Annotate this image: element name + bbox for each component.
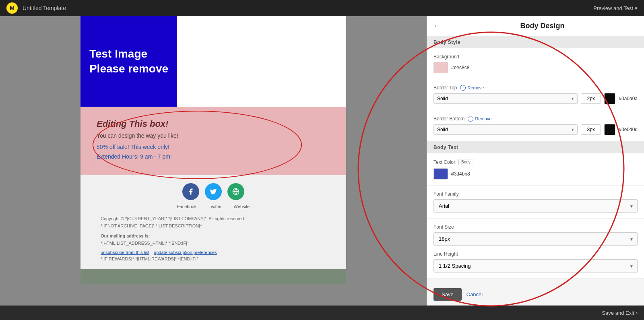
- editing-title: Editing This box!: [97, 119, 330, 129]
- editing-box[interactable]: Editing This box! You can design the way…: [80, 107, 346, 175]
- preview-test-button[interactable]: Preview and Test ▾: [593, 5, 638, 11]
- text-color-swatch[interactable]: [433, 168, 448, 180]
- remove-circle-bottom-icon: −: [468, 116, 473, 122]
- back-button[interactable]: ←: [433, 22, 441, 30]
- image-block[interactable]: Test ImagePlease remove: [80, 16, 177, 107]
- background-color-swatch[interactable]: [433, 62, 448, 73]
- image-block-text: Test ImagePlease remove: [81, 39, 176, 84]
- bottom-bar: Save and Exit ›: [0, 306, 644, 320]
- cancel-button[interactable]: Cancel: [466, 288, 483, 301]
- social-icons: [89, 183, 338, 200]
- facebook-icon[interactable]: [182, 183, 199, 200]
- save-exit-button[interactable]: Save and Exit ›: [602, 310, 638, 316]
- border-bottom-style-wrapper: Solid Dashed Dotted: [433, 124, 578, 135]
- border-top-section: Border Top − Remove Solid Dashed Dotted …: [427, 79, 644, 110]
- font-size-wrapper: 12px 14px 16px 18px 20px 24px: [433, 232, 638, 246]
- mailchimp-logo: M: [6, 2, 18, 14]
- email-canvas: Test ImagePlease remove Editing This box…: [80, 16, 346, 284]
- border-bottom-header: Border Bottom − Remove: [433, 116, 638, 122]
- unsubscribe-link[interactable]: unsubscribe from this list: [101, 250, 149, 255]
- border-bottom-section: Border Bottom − Remove Solid Dashed Dott…: [427, 110, 644, 141]
- editing-sale: 50% off sale! This week only!: [97, 144, 330, 150]
- font-family-select[interactable]: Arial Verdana Georgia Times New Roman Co…: [433, 199, 638, 213]
- update-prefs-link[interactable]: update subscription preferences: [154, 250, 217, 255]
- green-strip: [80, 269, 346, 284]
- text-color-row: #3d4bb8: [433, 168, 638, 180]
- text-color-hex: #3d4bb8: [451, 171, 470, 177]
- body-badge: Body: [458, 159, 473, 165]
- twitter-icon[interactable]: [205, 183, 222, 200]
- main-layout: Test ImagePlease remove Editing This box…: [0, 16, 644, 306]
- template-title: Untitled Template: [23, 5, 66, 11]
- font-size-select[interactable]: 12px 14px 16px 18px 20px 24px: [433, 232, 638, 246]
- panel-actions: Save Cancel: [427, 283, 644, 306]
- editing-subtitle: You can design the way you like!: [97, 132, 330, 139]
- border-top-style-select[interactable]: Solid Dashed Dotted: [433, 93, 578, 104]
- border-top-style-wrapper: Solid Dashed Dotted: [433, 93, 578, 104]
- canvas-scroll: Test ImagePlease remove Editing This box…: [0, 16, 427, 284]
- border-bottom-style-select[interactable]: Solid Dashed Dotted: [433, 124, 578, 135]
- footer-links[interactable]: unsubscribe from this list update subscr…: [89, 250, 338, 255]
- line-height-label: Line Height: [433, 251, 638, 257]
- footer-area: Facebook Twitter Website Copyright © *|C…: [80, 175, 346, 269]
- footer-rewards: *|IF:REWARDS|* *|HTML:REWARDS|* *|END:IF…: [89, 256, 338, 261]
- body-text-section-header: Body Text: [427, 141, 644, 153]
- panel-title: Body Design: [447, 22, 638, 30]
- twitter-label: Twitter: [208, 204, 221, 209]
- top-bar: M Untitled Template Preview and Test ▾: [0, 0, 644, 16]
- border-bottom-width-input[interactable]: [581, 124, 601, 135]
- footer-copyright: Copyright © *|CURRENT_YEAR|* *|LIST:COMP…: [89, 215, 338, 229]
- font-size-label: Font Size: [433, 224, 638, 230]
- text-color-label-row: Text Color Body: [433, 159, 638, 165]
- background-color-row: #eec8c8: [433, 62, 638, 73]
- font-family-label: Font Family: [433, 191, 638, 197]
- border-top-row: Solid Dashed Dotted #0a0a0a: [433, 93, 638, 104]
- font-size-section: Font Size 12px 14px 16px 18px 20px 24px …: [427, 219, 644, 279]
- footer-mailing: Our mailing address is: *|HTML:LIST_ADDR…: [89, 233, 338, 247]
- line-height-wrapper: 1 Spacing 1 1/2 Spacing 2 Spacing: [433, 259, 638, 273]
- border-top-label: Border Top: [433, 85, 457, 91]
- right-panel: ← Body Design Body Style Background #eec…: [427, 16, 644, 306]
- border-bottom-remove-button[interactable]: − Remove: [468, 116, 491, 122]
- background-section: Background #eec8c8: [427, 48, 644, 79]
- website-label: Website: [234, 204, 250, 209]
- canvas-area[interactable]: Test ImagePlease remove Editing This box…: [0, 16, 427, 306]
- font-family-wrapper: Arial Verdana Georgia Times New Roman Co…: [433, 199, 638, 213]
- border-bottom-row: Solid Dashed Dotted #0e0d0d: [433, 124, 638, 135]
- remove-circle-icon: −: [460, 85, 466, 91]
- facebook-label: Facebook: [177, 204, 196, 209]
- text-color-label: Text Color: [433, 159, 455, 165]
- border-bottom-color-swatch[interactable]: [604, 124, 615, 135]
- background-label: Background: [433, 54, 638, 60]
- text-color-section: Text Color Body #3d4bb8: [427, 153, 644, 186]
- border-top-color-hex: #0a0a0a: [619, 96, 638, 101]
- border-top-color-swatch[interactable]: [604, 93, 615, 104]
- save-button[interactable]: Save: [433, 288, 462, 301]
- social-labels: Facebook Twitter Website: [89, 204, 338, 209]
- border-top-remove-button[interactable]: − Remove: [460, 85, 484, 91]
- border-top-header: Border Top − Remove: [433, 85, 638, 91]
- canvas-wrapper: Test ImagePlease remove Editing This box…: [80, 16, 346, 284]
- border-top-width-input[interactable]: [581, 93, 601, 104]
- line-height-select[interactable]: 1 Spacing 1 1/2 Spacing 2 Spacing: [433, 259, 638, 273]
- panel-header: ← Body Design: [427, 16, 644, 36]
- border-bottom-color-hex: #0e0d0d: [619, 127, 638, 132]
- background-color-hex: #eec8c8: [451, 65, 469, 70]
- website-icon[interactable]: [227, 183, 244, 200]
- top-bar-left: M Untitled Template: [6, 2, 66, 14]
- editing-hours: Extended Hours! 9 am - 7 pm!: [97, 153, 330, 160]
- body-style-section-header: Body Style: [427, 36, 644, 48]
- font-family-section: Font Family Arial Verdana Georgia Times …: [427, 186, 644, 219]
- border-bottom-label: Border Bottom: [433, 116, 464, 122]
